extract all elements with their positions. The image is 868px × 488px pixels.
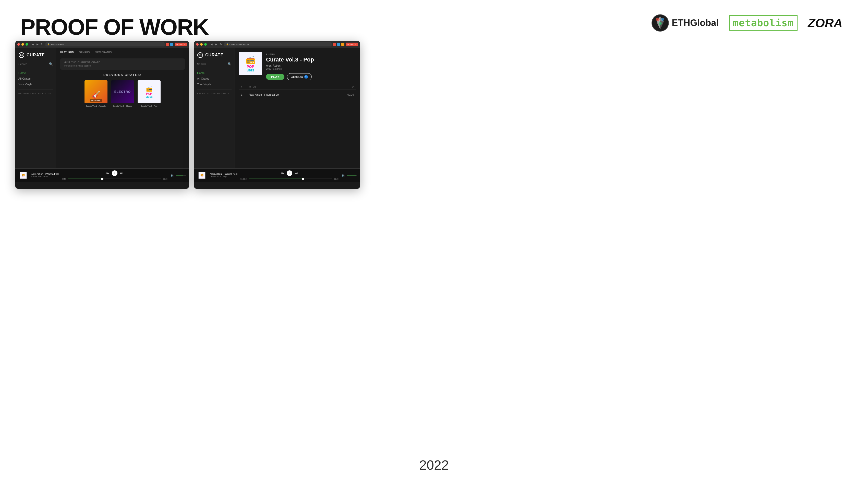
url-bar-right[interactable]: 🔒 localhost:3002/album	[224, 42, 332, 46]
close-dot-right[interactable]	[196, 43, 198, 46]
nav-your-vinyls-right[interactable]: Your Vinyls	[197, 82, 231, 87]
forward-btn[interactable]: ▶	[36, 42, 39, 46]
progress-fill-right	[249, 178, 303, 179]
close-dot[interactable]	[18, 43, 20, 46]
volume-fill-left	[176, 175, 183, 175]
tab-genres[interactable]: GENRES	[79, 51, 90, 55]
forward-btn-right[interactable]: ▶	[214, 42, 218, 46]
ethglobal-text: ETHGlobal	[672, 18, 719, 28]
opensea-btn[interactable]: OpenSea ⬡	[287, 73, 311, 80]
album-meta: ALBUM Curate Vol.3 - Pop Alexi Action 20…	[266, 52, 314, 80]
svg-point-15	[200, 55, 201, 56]
sidebar-search-left[interactable]: 🔍	[19, 62, 53, 67]
update-button[interactable]: Update ↻	[175, 42, 187, 46]
acoustic-label: Acoustic	[90, 99, 102, 102]
album-type-label: ALBUM	[266, 53, 314, 55]
nav-home-right[interactable]: Home	[197, 70, 231, 76]
player-cover-left: 📻 POP	[19, 170, 28, 180]
crate-label-pop: Curate Vol.3 - Pop	[141, 105, 157, 107]
play-btn-left[interactable]: ⏸	[112, 170, 118, 176]
total-time-left: 02:26	[163, 178, 167, 180]
sidebar-search-right[interactable]: 🔍	[197, 62, 231, 67]
track-num: 1	[241, 93, 249, 96]
lock-icon: 🔒	[48, 43, 50, 45]
total-time-right: 02:26	[334, 178, 339, 180]
tab-new-crates[interactable]: NEW CRATES	[95, 51, 112, 55]
progress-thumb-right	[302, 178, 304, 180]
prev-btn-left[interactable]: ⏮	[106, 171, 109, 175]
back-btn-right[interactable]: ◀	[210, 42, 213, 46]
nav-all-crates-left[interactable]: All Crates	[19, 76, 53, 82]
nav-home-left[interactable]: Home	[19, 70, 53, 76]
url-bar-left[interactable]: 🔒 localhost:3002	[45, 42, 165, 46]
fullscreen-dot-right[interactable]	[204, 43, 207, 46]
ethglobal-logo: ETHGlobal	[651, 14, 719, 32]
crate-electro[interactable]: Electro Curate Vol.2 - Electro	[111, 80, 134, 107]
right-browser-window: ◀ ▶ ↻ 🔒 localhost:3002/album Update ↻	[194, 41, 360, 189]
url-text-left: localhost:3002	[51, 43, 64, 45]
url-text-right: localhost:3002/album	[229, 43, 249, 45]
track-row[interactable]: 1 Alexi Action - I Wanna Feel 02:26	[239, 92, 356, 98]
prev-btn-right[interactable]: ⏮	[281, 171, 284, 175]
volume-bar-left[interactable]	[176, 175, 186, 175]
left-player-bar: 📻 POP Alexi Action - I Wanna Feel Curate…	[15, 168, 189, 182]
svg-point-8	[661, 18, 664, 21]
extension-icons	[166, 43, 173, 46]
minimize-dot-right[interactable]	[200, 43, 203, 46]
opensea-icon: ⬡	[304, 75, 308, 78]
recently-minted-label-right: RECENTLY MINTED VINYLS	[197, 92, 231, 95]
right-browser-chrome: ◀ ▶ ↻ 🔒 localhost:3002/album Update ↻	[194, 41, 360, 48]
reload-btn-right[interactable]: ↻	[219, 42, 223, 46]
album-header: 📻 POP Vibes ALBUM Curate Vol.3 - Pop Ale…	[239, 52, 356, 80]
logos-area: ETHGlobal metabolism ZORA	[651, 14, 842, 32]
tab-featured[interactable]: FEATURED	[60, 51, 74, 55]
crates-section: PREVIOUS CRATES: 🎸 Acoustic Curate Vol.1…	[60, 73, 185, 107]
progress-thumb-left	[101, 178, 103, 180]
crate-cover-acoustic: 🎸 Acoustic	[85, 80, 107, 103]
update-button-right[interactable]: Update ↻	[346, 42, 358, 46]
minimize-dot[interactable]	[22, 43, 24, 46]
progress-row-left: 00:57 02:26	[62, 178, 167, 180]
reload-btn[interactable]: ↻	[40, 42, 44, 46]
player-track-right: Alexi Action - I Wanna Feel	[210, 173, 238, 175]
play-btn-right[interactable]: ⏸	[287, 170, 292, 176]
lock-icon-right: 🔒	[226, 43, 228, 45]
crate-acoustic[interactable]: 🎸 Acoustic Curate Vol.1 - Acoustic	[85, 80, 107, 107]
back-btn[interactable]: ◀	[31, 42, 35, 46]
left-sidebar: CURATE 🔍 Home All Crates Your Vinyls REC…	[15, 48, 56, 168]
pop-art-vibes: Vibes	[146, 96, 152, 98]
acoustic-art: 🎸 Acoustic	[85, 80, 107, 103]
minting-title: MINT THE CURRENT CRATE:	[64, 61, 181, 64]
svg-point-9	[659, 22, 662, 25]
left-main-content: FEATURED GENRES NEW CRATES MINT THE CURR…	[56, 48, 189, 168]
progress-row-right: 01:00:16 02:26	[241, 178, 339, 180]
nav-all-crates-right[interactable]: All Crates	[197, 76, 231, 82]
opensea-label: OpenSea	[291, 75, 303, 78]
recently-minted-label-left: RECENTLY MINTED VINYLS	[19, 92, 53, 95]
next-btn-right[interactable]: ⏭	[295, 171, 298, 175]
play-album-btn[interactable]: PLAY	[266, 74, 284, 80]
crate-label-acoustic: Curate Vol.1 - Acoustic	[86, 105, 106, 107]
next-btn-left[interactable]: ⏭	[120, 171, 123, 175]
volume-icon-right: 🔈	[342, 173, 345, 177]
current-time-right: 01:00:16	[241, 178, 247, 180]
search-input-left[interactable]	[19, 63, 49, 66]
ext-icon-1	[166, 43, 169, 46]
player-controls-right: ⏮ ⏸ ⏭ 01:00:16 02:26	[241, 170, 339, 180]
player-cover-art-right: 📻 POP	[198, 172, 206, 178]
col-num-header: #	[241, 86, 249, 88]
nav-your-vinyls-left[interactable]: Your Vinyls	[19, 82, 53, 87]
minting-text: working on minting section	[64, 65, 181, 67]
volume-bar-right[interactable]	[347, 175, 357, 175]
ext-icon-2	[170, 43, 173, 46]
minting-section: MINT THE CURRENT CRATE: working on minti…	[60, 58, 185, 70]
crate-pop[interactable]: 📻 POP Vibes Curate Vol.3 - Pop	[137, 80, 161, 107]
ext-icon-right-1	[333, 43, 336, 46]
player-cover-art-left: 📻 POP	[20, 172, 27, 178]
search-input-right[interactable]	[197, 63, 228, 66]
fullscreen-dot[interactable]	[26, 43, 28, 46]
progress-bar-right[interactable]	[249, 178, 333, 179]
volume-left: 🔈	[170, 173, 186, 177]
progress-bar-left[interactable]	[68, 178, 161, 179]
search-icon-left: 🔍	[49, 62, 53, 66]
